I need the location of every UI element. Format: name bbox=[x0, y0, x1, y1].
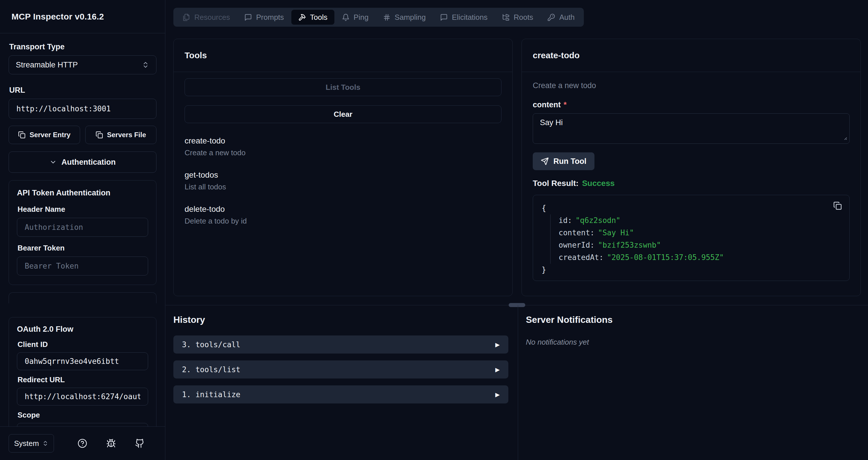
tool-name: create-todo bbox=[185, 136, 501, 145]
sidebar-content: Transport Type Streamable HTTP URL Serve… bbox=[0, 33, 165, 426]
authentication-toggle-label: Authentication bbox=[61, 158, 116, 167]
bug-report-button[interactable] bbox=[106, 438, 116, 448]
expand-arrow-icon: ▶ bbox=[495, 341, 500, 348]
json-rows: id:"q6z2sodn" content:"Say Hi" ownerId:"… bbox=[550, 215, 841, 264]
content-field-label: content* bbox=[533, 100, 849, 109]
hammer-icon bbox=[298, 13, 306, 21]
transport-type-select[interactable]: Streamable HTTP bbox=[9, 55, 156, 74]
tool-detail-body: Create a new todo content* Say Hi Run To… bbox=[522, 72, 861, 281]
content-field-label-text: content bbox=[533, 100, 561, 109]
servers-file-label: Servers File bbox=[107, 131, 146, 139]
tab-label: Auth bbox=[559, 13, 575, 22]
json-key: id: bbox=[559, 216, 572, 225]
run-tool-button[interactable]: Run Tool bbox=[533, 152, 594, 170]
send-icon bbox=[541, 157, 549, 165]
server-notifications-title: Server Notifications bbox=[526, 315, 842, 325]
client-id-input[interactable] bbox=[17, 352, 148, 370]
bearer-token-label: Bearer Token bbox=[18, 243, 148, 253]
theme-select[interactable]: System bbox=[9, 434, 54, 453]
tool-name: get-todos bbox=[185, 170, 501, 179]
client-id-label: Client ID bbox=[18, 340, 148, 349]
hash-icon bbox=[383, 13, 391, 21]
tool-description: List all todos bbox=[185, 183, 501, 191]
history-row-initialize[interactable]: 1. initialize ▶ bbox=[174, 385, 508, 403]
list-tools-button[interactable]: List Tools bbox=[185, 78, 501, 96]
redirect-url-input[interactable] bbox=[17, 388, 148, 405]
server-entry-button[interactable]: Server Entry bbox=[9, 126, 80, 144]
clear-button[interactable]: Clear bbox=[185, 105, 501, 123]
json-close-brace: } bbox=[541, 264, 841, 276]
json-key: content: bbox=[559, 228, 594, 237]
history-row-tools-list[interactable]: 2. tools/list ▶ bbox=[174, 360, 508, 379]
copy-icon bbox=[833, 201, 842, 210]
tool-name: delete-todo bbox=[185, 205, 501, 214]
servers-file-button[interactable]: Servers File bbox=[85, 126, 157, 144]
tab-prompts[interactable]: Prompts bbox=[237, 10, 291, 25]
bearer-token-input[interactable] bbox=[17, 257, 148, 275]
tool-description: Create a new todo bbox=[185, 149, 501, 157]
json-row: content:"Say Hi" bbox=[559, 227, 841, 239]
content-textarea[interactable]: Say Hi bbox=[533, 113, 849, 144]
help-circle-icon bbox=[78, 438, 87, 448]
expand-arrow-icon: ▶ bbox=[495, 391, 500, 398]
main-area: Resources Prompts Tools Ping Sampling bbox=[166, 0, 868, 460]
copy-result-button[interactable] bbox=[833, 201, 842, 210]
history-rows: 3. tools/call ▶ 2. tools/list ▶ 1. initi… bbox=[174, 335, 508, 403]
history-row-label: 3. tools/call bbox=[182, 340, 241, 349]
tool-description: Delete a todo by id bbox=[185, 217, 501, 226]
message-square-icon bbox=[244, 13, 252, 21]
copy-icon bbox=[96, 131, 103, 139]
json-value: "q6z2sodn" bbox=[576, 216, 621, 225]
bell-icon bbox=[342, 13, 350, 21]
tool-item-get-todos[interactable]: get-todos List all todos bbox=[185, 170, 501, 191]
tool-item-create-todo[interactable]: create-todo Create a new todo bbox=[185, 136, 501, 157]
help-button[interactable] bbox=[78, 438, 87, 448]
app-title: MCP Inspector v0.16.2 bbox=[0, 0, 165, 33]
tab-label: Roots bbox=[514, 13, 533, 22]
tab-auth[interactable]: Auth bbox=[540, 10, 582, 25]
authentication-toggle[interactable]: Authentication bbox=[9, 152, 156, 173]
tab-label: Sampling bbox=[395, 13, 426, 22]
history-title: History bbox=[174, 315, 508, 325]
json-row: ownerId:"bzif253zswnb" bbox=[559, 239, 841, 251]
tool-item-delete-todo[interactable]: delete-todo Delete a todo by id bbox=[185, 205, 501, 226]
header-name-label: Header Name bbox=[18, 205, 148, 214]
tool-detail-description: Create a new todo bbox=[533, 81, 849, 90]
tab-elicitations[interactable]: Elicitations bbox=[433, 10, 494, 25]
url-input[interactable] bbox=[9, 99, 156, 119]
bug-icon bbox=[106, 438, 116, 448]
tools-panel-body: List Tools Clear create-todo Create a ne… bbox=[174, 72, 513, 226]
tab-sampling[interactable]: Sampling bbox=[376, 10, 433, 25]
tools-panel-title: Tools bbox=[174, 39, 513, 72]
api-token-auth-card: API Token Authentication Header Name Bea… bbox=[9, 180, 156, 285]
github-button[interactable] bbox=[135, 438, 145, 448]
api-token-auth-title: API Token Authentication bbox=[17, 189, 148, 197]
scope-input[interactable] bbox=[17, 423, 148, 426]
split-drag-handle[interactable] bbox=[508, 303, 525, 307]
json-open-brace: { bbox=[541, 202, 841, 215]
tab-label: Prompts bbox=[256, 13, 284, 22]
tab-tools[interactable]: Tools bbox=[291, 10, 334, 25]
tab-label: Ping bbox=[353, 13, 369, 22]
oauth-flow-title: OAuth 2.0 Flow bbox=[17, 325, 148, 334]
transport-type-label: Transport Type bbox=[9, 42, 156, 52]
json-row: createdAt:"2025-08-01T15:37:05.955Z" bbox=[559, 251, 841, 264]
expand-arrow-icon: ▶ bbox=[495, 366, 500, 373]
tool-result-line: Tool Result:Success bbox=[533, 179, 849, 188]
resize-grip-icon[interactable] bbox=[843, 136, 847, 141]
transport-type-value: Streamable HTTP bbox=[16, 61, 78, 69]
json-value: "Say Hi" bbox=[598, 228, 634, 237]
tool-detail-panel: create-todo Create a new todo content* S… bbox=[522, 39, 861, 296]
files-icon bbox=[183, 13, 190, 21]
header-name-input[interactable] bbox=[17, 218, 148, 237]
history-row-label: 2. tools/list bbox=[182, 365, 241, 374]
key-icon bbox=[547, 13, 555, 21]
json-value: "bzif253zswnb" bbox=[598, 241, 661, 250]
tab-roots[interactable]: Roots bbox=[495, 10, 540, 25]
history-row-tools-call[interactable]: 3. tools/call ▶ bbox=[174, 335, 508, 354]
copy-icon bbox=[18, 131, 26, 139]
tab-ping[interactable]: Ping bbox=[335, 10, 375, 25]
no-notifications-text: No notifications yet bbox=[526, 338, 842, 347]
required-asterisk: * bbox=[564, 100, 567, 109]
json-key: ownerId: bbox=[559, 241, 594, 250]
